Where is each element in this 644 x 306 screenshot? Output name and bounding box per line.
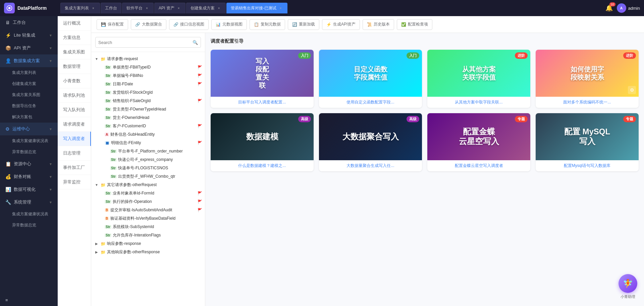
sidebar-label-data-viz: 数据可视化 xyxy=(14,186,36,192)
tree-node[interactable]: Str 货主-FOwnerIdHead xyxy=(91,114,205,122)
tree-node[interactable]: Str 销售组织-FSaleOrgId 🚩 xyxy=(91,97,205,105)
assistant-widget[interactable]: 🧚 小青助理 xyxy=(619,274,637,299)
tree-node[interactable]: ▦ 明细信息-FEntity 🚩 xyxy=(91,139,205,147)
guide-card-card7[interactable]: 配置金蝶云星空写入 专题 配置金蝶云星空写入调度者 xyxy=(427,113,530,171)
sidebar-item-api[interactable]: 📦 API 资产 ▼ xyxy=(0,42,58,54)
card-settings-icon[interactable]: ⚙ xyxy=(628,86,636,94)
tree-node[interactable]: A 财务信息-SubHeadEntity xyxy=(91,130,205,139)
second-nav-log-mgmt[interactable]: 日志管理 xyxy=(58,146,91,161)
folder-icon: 📁 xyxy=(101,250,106,255)
type-badge-str: Str xyxy=(105,91,111,94)
user-menu[interactable]: A admin xyxy=(617,3,640,13)
tab-tab1[interactable]: 集成方案列表× xyxy=(60,3,100,13)
second-nav-write-scheduler[interactable]: 写入调度者 xyxy=(58,132,91,146)
sidebar-sub-solution-health[interactable]: 集成方案健康状况表 xyxy=(0,209,58,220)
tab-tab6[interactable]: 管易销售出库对接-已测试× xyxy=(226,3,287,13)
second-nav-request-scheduler[interactable]: 请求调度者 xyxy=(58,117,91,132)
tree-node[interactable]: Str 快递公司-F_express_company xyxy=(91,156,205,164)
tree-node[interactable]: Str 允许负库存-InterationFlags xyxy=(91,231,205,239)
tree-node[interactable]: Str 快递单号-FLOGISTICSNOS xyxy=(91,164,205,172)
sidebar-item-lite[interactable]: ⚡ Lite 轻集成 ▼ xyxy=(0,29,58,42)
guide-card-card6[interactable]: 大数据聚合写入 高级 大数据量聚合生成写入任... xyxy=(319,113,422,171)
save-config-icon: 💾 xyxy=(101,22,106,27)
tab-close-icon[interactable]: × xyxy=(91,6,96,11)
second-nav-request-queue[interactable]: 请求队列池 xyxy=(58,88,91,103)
card-image-card7: 配置金蝶云星空写入 专题 xyxy=(427,113,530,160)
big-data-merge-button[interactable]: 🔗大数据聚合 xyxy=(131,19,166,30)
tree-node[interactable]: ▼ 📁 其它请求参数-otherRequest xyxy=(91,181,205,189)
tree-node[interactable]: Str 货主类型-FOwnerTypeIdHead xyxy=(91,105,205,114)
sidebar-sub-solution-pkg[interactable]: 解决方案包 xyxy=(0,112,58,123)
sidebar-item-data-viz[interactable]: 📊 数据可视化 ▼ xyxy=(0,183,58,196)
gen-api-button[interactable]: ⚡生成API资产 xyxy=(322,19,360,30)
second-nav-error-monitor[interactable]: 异常监控 xyxy=(58,175,91,189)
sidebar-sub-solution-relation[interactable]: 集成方案关系图 xyxy=(0,89,58,100)
card-big-text-card7: 配置金蝶云星空写入 xyxy=(456,124,502,149)
sidebar-item-data-integration[interactable]: 👤 数据集成方案 ▼ xyxy=(0,54,58,67)
second-nav-event-factory[interactable]: 事件加工厂 xyxy=(58,161,91,175)
second-nav-solution-info[interactable]: 方案信息 xyxy=(58,31,91,45)
tree-node[interactable]: Str 业务对象表单Id-FormId 🚩 xyxy=(91,189,205,198)
copy-meta-button[interactable]: 📋复制元数据 xyxy=(250,19,285,30)
guide-title: 调度者配置引导 xyxy=(211,38,639,44)
tree-node[interactable]: B 验证基础资料-IsVerifyBaseDataField xyxy=(91,214,205,223)
tree-node[interactable]: Str 发货组织-FStockOrgId xyxy=(91,88,205,97)
sidebar-item-workbench[interactable]: 🖥 工作台 xyxy=(0,16,58,29)
tree-node[interactable]: Str 出货类型-F_WFHW_Combo_qtr xyxy=(91,172,205,181)
tree-node[interactable]: Str 单据类型-FBillTypeID 🚩 xyxy=(91,63,205,72)
config-check-label: 配置检查项 xyxy=(408,21,428,27)
second-nav-schema-view[interactable]: 集成关系图 xyxy=(58,45,91,59)
tree-node-label: 验证基础资料-IsVerifyBaseDataField xyxy=(110,216,202,221)
interface-view-button[interactable]: 🔗接口信息视图 xyxy=(169,19,209,30)
tab-tab5[interactable]: 创建集成方案× xyxy=(186,3,226,13)
sidebar-item-sys-admin[interactable]: 🔧 系统管理 ▼ xyxy=(0,196,58,209)
history-button[interactable]: 📜历史版本 xyxy=(363,19,394,30)
sidebar-sub-error-data[interactable]: 异常数据总览 xyxy=(0,146,58,158)
sidebar-sub-create-solution[interactable]: 创建集成方案 xyxy=(0,78,58,89)
guide-card-card1[interactable]: 写入段配置关联 入门 目标平台写入调度者配置... xyxy=(211,50,314,108)
tab-tab3[interactable]: 软件平台× xyxy=(122,3,154,13)
tree-node[interactable]: Str 执行的操作-Operation 🚩 xyxy=(91,198,205,206)
tree-node-label: 提交并审核-IsAutoSubmitAndAudit xyxy=(110,207,196,213)
meta-view-button[interactable]: 📊元数据视图 xyxy=(211,19,247,30)
tree-node[interactable]: ▼ 📁 请求参数-request xyxy=(91,55,205,63)
guide-card-card5[interactable]: 数据建模 高级 什么是数据建模？建模之... xyxy=(211,113,314,171)
sidebar-sub-data-export[interactable]: 数据导出任务 xyxy=(0,100,58,112)
reload-button[interactable]: 🔄重新加载 xyxy=(288,19,319,30)
second-nav-write-queue[interactable]: 写入队列池 xyxy=(58,103,91,117)
tab-close-icon[interactable]: × xyxy=(217,6,221,11)
save-config-button[interactable]: 💾保存配置 xyxy=(97,19,128,30)
notification-button[interactable]: 🔔 10 xyxy=(605,4,613,12)
sidebar-item-finance[interactable]: 💰 财务对账 ▼ xyxy=(0,170,58,183)
config-check-button[interactable]: ✅配置检查项 xyxy=(397,19,432,30)
sidebar-item-resource[interactable]: 📋 资源中心 ▼ xyxy=(0,158,58,170)
second-nav-overview[interactable]: 运行概况 xyxy=(58,16,91,31)
sidebar-sub-solution-health[interactable]: 集成方案健康状况表 xyxy=(0,135,58,146)
guide-card-card2[interactable]: 目定义函数字段属性值 入门 使用自定义函数配置字段... xyxy=(319,50,422,108)
guide-card-card3[interactable]: 从其他方案关联字段值 进阶 从其他方案中取字段关联... xyxy=(427,50,530,108)
tree-node[interactable]: ▶ 📁 其他响应参数-otherResponse xyxy=(91,248,205,256)
sidebar-collapse-button[interactable]: ≡ xyxy=(0,294,58,306)
tree-node[interactable]: Str 客户-FCustomerID 🚩 xyxy=(91,122,205,130)
tab-tab4[interactable]: API 资产× xyxy=(154,3,185,13)
tree-node[interactable]: Str 单据编号-FBillNo 🚩 xyxy=(91,72,205,80)
sidebar-item-ops-center[interactable]: ⚙ 运维中心 ▼ xyxy=(0,123,58,135)
tab-close-icon[interactable]: × xyxy=(278,6,283,11)
tree-node[interactable]: Str 平台单号-F_Platform_order_number xyxy=(91,147,205,156)
tab-tab2[interactable]: 工作台 xyxy=(101,3,121,13)
guide-card-card8[interactable]: 配置 MySQL写入 专题 配置Mysql语句写入数据库 xyxy=(536,113,639,171)
tree-node[interactable]: B 提交并审核-IsAutoSubmitAndAudit 🚩 xyxy=(91,206,205,214)
tab-close-icon[interactable]: × xyxy=(145,6,149,11)
second-nav-data-mgmt[interactable]: 数据管理 xyxy=(58,59,91,74)
tree-node[interactable]: Str 系统模块-SubSystemId xyxy=(91,223,205,231)
tab-close-icon[interactable]: × xyxy=(176,6,181,11)
tree-node[interactable]: Str 日期-FDate 🚩 xyxy=(91,80,205,88)
tree-node[interactable]: ▶ 📁 响应参数-response xyxy=(91,239,205,248)
sidebar-sub-solution-list[interactable]: 集成方案列表 xyxy=(0,67,58,78)
card-image-card3: 从其他方案关联字段值 进阶 xyxy=(427,50,530,97)
search-input[interactable] xyxy=(98,40,191,45)
tree-node-label: 业务对象表单Id-FormId xyxy=(113,190,196,196)
sidebar-sub-error-data[interactable]: 异常数据总览 xyxy=(0,220,58,231)
second-nav-small-qing[interactable]: 小青查数 xyxy=(58,74,91,88)
guide-card-card4[interactable]: 如何使用字段映射关系 进阶 ⚙ 面对多个系统编码不统一... xyxy=(536,50,639,108)
